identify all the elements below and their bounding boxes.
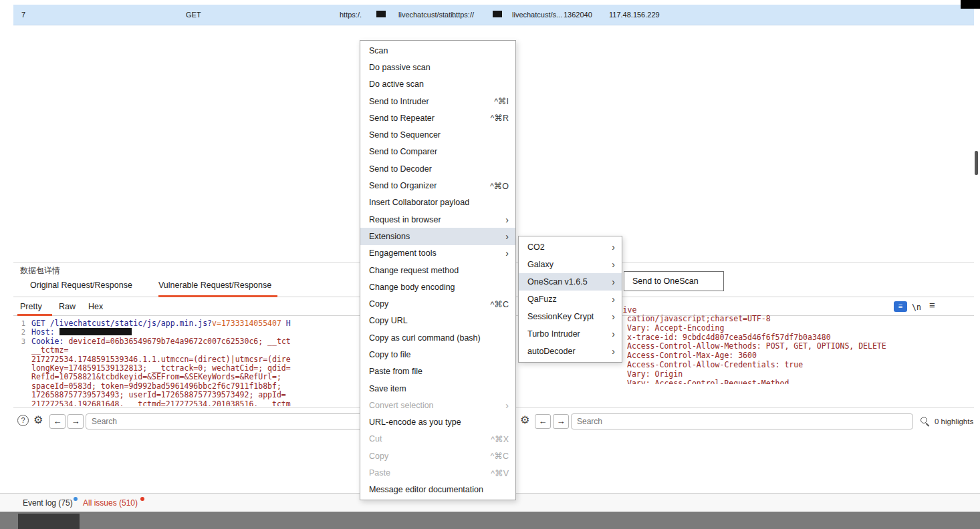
search-next-button[interactable]: → [68,414,84,429]
menu-item-url-encode-as-you-type[interactable]: URL-encode as you type [360,414,515,431]
response-editor-content[interactable]: cation/javascript;charset=UTF-8Vary: Acc… [627,315,948,384]
menu-item-copy[interactable]: Copy^⌘C [360,295,515,312]
request-line: spaceId=0583d; token=9d992bad5961496bbc2… [16,382,358,391]
tab-original-request-response[interactable]: Original Request/Response [30,281,132,290]
menu-item-qafuzz[interactable]: QaFuzz› [519,291,622,308]
tab-hex[interactable]: Hex [88,302,103,311]
editor-menu-icon[interactable]: ≡ [929,299,935,311]
menu-item-autodecoder[interactable]: autoDecoder› [519,343,622,360]
code-text: 217272534.192681648. tctmd=217272534.201… [31,399,291,406]
menu-item-do-passive-scan[interactable]: Do passive scan [360,59,515,75]
line-number: 2 [16,328,25,337]
code-text: Cookie: [31,337,68,346]
menu-item-insert-collaborator-payload[interactable]: Insert Collaborator payload [360,194,515,211]
menu-item-label: Save item [369,384,509,393]
code-text: deviceId=06b36549679b7e4a9672c007c62530c… [68,337,290,346]
chevron-right-icon: › [612,312,615,321]
line-number: 3 [16,337,25,346]
menu-item-send-to-organizer[interactable]: Send to Organizer^⌘O [360,177,515,194]
response-search-input[interactable] [571,413,913,429]
menu-item-onescan-v1-6-5[interactable]: OneScan v1.6.5› [519,273,622,291]
response-search-next-button[interactable]: → [553,414,569,429]
active-editor-tab-indicator [17,314,52,316]
tab-raw[interactable]: Raw [59,302,76,311]
menu-item-copy: Copy^⌘C [360,448,515,464]
menu-item-co2[interactable]: CO2› [519,238,622,256]
vertical-scrollbar-thumb[interactable] [975,151,978,175]
burp-suite-window: 7 GET https:/. livechatcust/stati... htt… [0,0,980,529]
menu-item-request-in-browser[interactable]: Request in browser› [360,211,515,228]
menu-item-send-to-decoder[interactable]: Send to Decoder [360,160,515,177]
menu-item-label: Send to Intruder [369,97,477,106]
menu-item-label: Send to Sequencer [369,130,509,140]
menu-item-copy-url[interactable]: Copy URL [360,313,515,329]
request-line: 3Cookie: deviceId=06b36549679b7e4a9672c0… [16,337,358,346]
menu-item-copy-to-file[interactable]: Copy to file [360,346,515,363]
highlights-count: 0 highlights [935,417,973,425]
request-line: longKey=1748591539132813; __tctrack=0; w… [16,364,358,373]
menu-item-label: QaFuzz [527,295,600,304]
menu-item-change-request-method[interactable]: Change request method [360,262,515,279]
editor-options-icon[interactable]: ≡ [894,301,907,312]
menu-item-shortcut: ^⌘I [494,96,509,106]
menu-item-label: Engagement tools [369,248,493,258]
menu-item-sessionkey-crypt[interactable]: SessionKey Crypt› [519,308,622,325]
newline-toggle[interactable]: \n [912,303,921,312]
history-row-url2-path: livechatcust/s... [512,11,562,19]
menu-item-engagement-tools[interactable]: Engagement tools› [360,245,515,262]
menu-item-change-body-encoding[interactable]: Change body encoding [360,279,515,295]
request-editor-content[interactable]: 1GET /livechatcust/static/js/app.min.js?… [16,319,358,406]
menu-item-label: Turbo Intruder [527,329,600,339]
menu-item-send-to-intruder[interactable]: Send to Intruder^⌘I [360,93,515,110]
menu-item-copy-as-curl-command-bash[interactable]: Copy as curl command (bash) [360,329,515,346]
menu-item-do-active-scan[interactable]: Do active scan [360,76,515,93]
menu-item-shortcut: ^⌘V [491,468,509,478]
menu-item-send-to-comparer[interactable]: Send to Comparer [360,144,515,160]
desktop-background-strip [0,512,980,529]
event-log-button[interactable]: Event log (75) [23,498,73,508]
help-icon[interactable]: ? [17,415,29,426]
menu-item-label: Galaxy [527,260,600,269]
history-row-ip: 117.48.156.229 [609,11,660,19]
menu-item-paste: Paste^⌘V [360,464,515,481]
history-row-url-prefix: https:/. [340,11,362,19]
menu-item-scan[interactable]: Scan [360,42,515,59]
request-line: 2Host: [16,328,358,337]
history-row-url-path: livechatcust/stati... [398,11,459,19]
menu-item-label: Change body encoding [369,283,509,292]
response-line: Access-Control-Allow-Methods: POST, GET,… [627,342,948,351]
chevron-right-icon: › [612,260,615,269]
code-text: RefId=10758821&tcbdkeyid=&SEFrom=&SEKeyW… [31,372,286,381]
response-search-prev-button[interactable]: ← [535,414,551,429]
settings-gear-icon[interactable]: ⚙ [33,413,43,426]
menu-item-label: OneScan v1.6.5 [527,277,600,287]
line-number: 1 [16,319,25,328]
menu-item-send-to-sequencer[interactable]: Send to Sequencer [360,126,515,143]
menu-item-turbo-intruder[interactable]: Turbo Intruder› [519,325,622,343]
request-search-input[interactable] [86,413,366,429]
menu-item-message-editor-documentation[interactable]: Message editor documentation [360,482,515,498]
menu-item-paste-from-file[interactable]: Paste from file [360,363,515,380]
menu-item-send-to-onescan[interactable]: Send to OneScan [624,271,724,291]
settings-gear-icon-response[interactable]: ⚙ [520,413,529,426]
tab-pretty[interactable]: Pretty [20,302,42,311]
code-text: spaceId=0583d; token=9d992bad5961496bbc2… [31,381,286,391]
code-text: 217272534.1748591539346.1.1.utmccn=(dire… [31,355,291,364]
response-line: Vary: Accept-Encoding [627,324,948,333]
history-row[interactable]: 7 GET https:/. livechatcust/stati... htt… [13,5,974,25]
search-prev-button[interactable]: ← [49,414,66,429]
all-issues-button[interactable]: All issues (510) [83,498,138,508]
request-line: 217272534.1748591539346.1.1.utmccn=(dire… [16,355,358,364]
menu-item-shortcut: ^⌘C [491,451,509,461]
tab-vulnerable-request-response[interactable]: Vulnerable Request/Response [158,281,271,290]
menu-item-save-item[interactable]: Save item [360,380,515,397]
request-line: __tctmz= [16,346,358,355]
request-line: 217272534.192681648. tctmd=217272534.201… [16,400,358,406]
panel-title: 数据包详情 [20,265,60,277]
chevron-right-icon: › [505,232,509,241]
menu-item-extensions[interactable]: Extensions› [360,228,515,244]
response-line: cation/javascript;charset=UTF-8 [627,315,948,324]
menu-item-send-to-repeater[interactable]: Send to Repeater^⌘R [360,110,515,126]
chevron-right-icon: › [505,248,509,258]
menu-item-galaxy[interactable]: Galaxy› [519,256,622,273]
